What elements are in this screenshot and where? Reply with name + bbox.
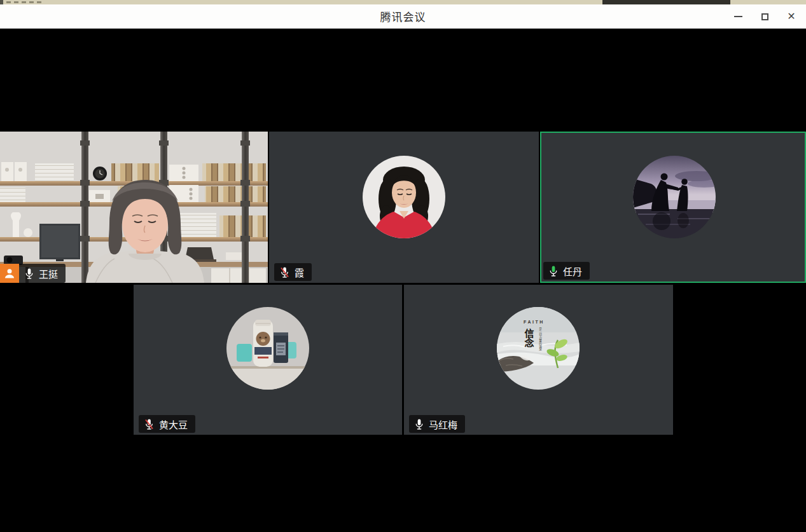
nameplate: 王挺 bbox=[19, 264, 66, 283]
strip-text-specks bbox=[6, 1, 45, 3]
member-badge bbox=[0, 264, 19, 283]
window-controls: ✕ bbox=[725, 4, 805, 29]
video-tile-wangting[interactable]: 王挺 bbox=[0, 132, 268, 283]
strip-segment bbox=[0, 0, 3, 4]
nameplate: 霞 bbox=[274, 263, 312, 281]
background-window-strip bbox=[0, 0, 806, 4]
participant-name: 马红梅 bbox=[429, 418, 457, 431]
mic-on-icon bbox=[24, 268, 34, 280]
avatar-text-faith-en: FAITH bbox=[524, 320, 545, 324]
participant-name: 霞 bbox=[295, 266, 304, 279]
avatar-huangdadou bbox=[226, 307, 309, 390]
avatar-rendan bbox=[633, 156, 716, 238]
video-tile-xia[interactable]: 霞 bbox=[269, 132, 539, 283]
maximize-button[interactable] bbox=[751, 4, 778, 29]
avatar-text-faith-caption: 是一切力量的源泉 bbox=[539, 327, 542, 351]
meeting-stage: 王挺 bbox=[0, 29, 806, 532]
nameplate: 任丹 bbox=[543, 262, 590, 280]
mic-muted-icon bbox=[144, 418, 155, 430]
participant-name: 黄大豆 bbox=[159, 418, 188, 431]
video-tile-huangdadou[interactable]: 黄大豆 bbox=[134, 285, 402, 435]
person-icon bbox=[3, 267, 16, 280]
mic-on-icon bbox=[414, 418, 424, 430]
participant-name: 任丹 bbox=[563, 264, 582, 278]
avatar-text-faith-zh: 信念 bbox=[524, 328, 535, 348]
minimize-icon bbox=[734, 16, 742, 17]
minimize-button[interactable] bbox=[725, 4, 751, 29]
close-icon: ✕ bbox=[787, 11, 795, 22]
maximize-icon bbox=[761, 13, 768, 20]
avatar-xia bbox=[363, 156, 445, 238]
strip-segment-dark bbox=[602, 0, 730, 4]
mic-speaking-icon bbox=[548, 265, 559, 277]
close-button[interactable]: ✕ bbox=[778, 4, 805, 29]
tencent-meeting-window: 腾讯会议 ✕ bbox=[0, 0, 806, 532]
mic-muted-icon bbox=[279, 266, 290, 278]
window-title: 腾讯会议 bbox=[380, 8, 426, 24]
participant-name: 王挺 bbox=[39, 267, 58, 280]
video-feed-bookshelf-scene bbox=[0, 132, 268, 283]
video-tile-mahongmei[interactable]: FAITH 信念 是一切力量的源泉 马红梅 bbox=[404, 285, 673, 435]
avatar-mahongmei: FAITH 信念 是一切力量的源泉 bbox=[497, 307, 580, 390]
titlebar: 腾讯会议 ✕ bbox=[0, 4, 806, 29]
nameplate: 马红梅 bbox=[409, 415, 465, 433]
video-tile-rendan[interactable]: 任丹 bbox=[540, 132, 806, 283]
nameplate: 黄大豆 bbox=[139, 415, 195, 433]
